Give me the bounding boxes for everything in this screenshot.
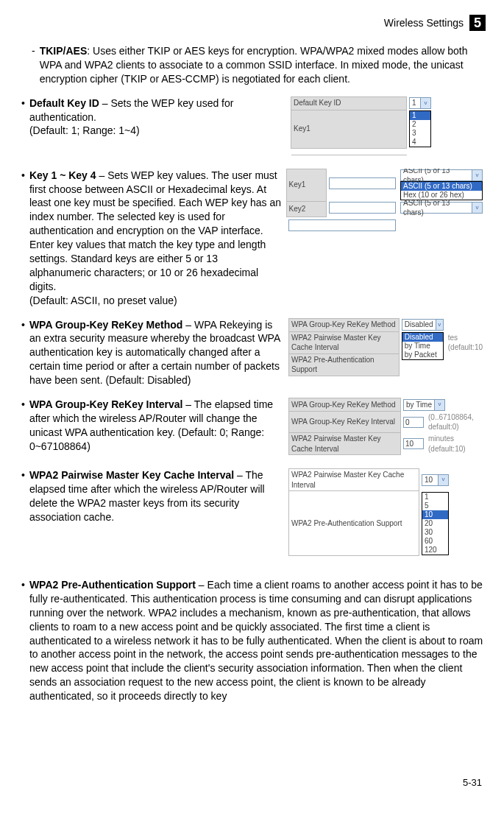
default-key-heading: Default Key ID bbox=[29, 97, 99, 109]
tkip-text: : Uses either TKIP or AES keys for encry… bbox=[40, 45, 468, 85]
dropdown-option[interactable]: 60 bbox=[422, 537, 448, 546]
bullet-rekey-method: WPA Group-Key ReKey Method Disabled v WP… bbox=[21, 318, 486, 387]
bullet-marker: • bbox=[21, 318, 25, 332]
rekey-interval-input[interactable]: 0 bbox=[403, 417, 424, 428]
bullet-marker: • bbox=[21, 96, 25, 110]
key-range-heading: Key 1 ~ Key 4 bbox=[29, 169, 96, 181]
dropdown-option[interactable]: by Time bbox=[402, 342, 443, 351]
key1-input[interactable] bbox=[329, 177, 396, 189]
dropdown-option[interactable]: ASCII (5 or 13 chars) bbox=[401, 182, 482, 191]
dropdown-option[interactable]: 3 bbox=[410, 129, 430, 138]
bullet-pairwise-cache: WPA2 Pairwise Master Key Cache Interval … bbox=[21, 468, 486, 559]
preauth-heading: WPA2 Pre-Authentication Support bbox=[29, 579, 196, 591]
key2-input[interactable] bbox=[329, 202, 396, 214]
page-header: Wireless Settings 5 bbox=[18, 15, 486, 31]
fig-label-rekey-method: WPA Group-Key ReKey Method bbox=[289, 318, 400, 331]
preauth-text: – Each time a client roams to another ac… bbox=[29, 579, 483, 702]
rekey-method-dropdown2[interactable]: by Time v bbox=[403, 399, 445, 411]
dropdown-option[interactable]: 10 bbox=[422, 510, 448, 519]
fig-label-key2: Key2 bbox=[286, 201, 327, 217]
rekey-method-list[interactable]: Disabled by Time by Packet bbox=[402, 332, 444, 360]
bullet-marker: • bbox=[21, 169, 25, 183]
fig-label-pairwise-cache: WPA2 Pairwise Master Key Cache Interval bbox=[289, 469, 419, 491]
dropdown-option[interactable]: Disabled bbox=[402, 333, 443, 342]
bullet-marker: • bbox=[21, 398, 25, 412]
bullet-tkip-aes: - TKIP/AES: Uses either TKIP or AES keys… bbox=[32, 44, 486, 86]
fig-label-key1: Key1 bbox=[291, 110, 407, 148]
default-key-dropdown-list[interactable]: 1 2 3 4 bbox=[409, 110, 431, 147]
dropdown-option[interactable]: by Packet bbox=[402, 351, 443, 359]
pairwise-dropdown[interactable]: 10 v bbox=[422, 474, 449, 486]
chapter-number: 5 bbox=[469, 15, 486, 31]
bullet-marker: • bbox=[21, 578, 25, 592]
fig-note-interval: (0..67108864, default:0) bbox=[426, 412, 486, 433]
bullet-marker: • bbox=[21, 468, 25, 482]
key-range-text: – Sets WEP key values. The user must fir… bbox=[29, 169, 281, 292]
fig-label-pairwise-cache: WPA2 Pairwise Master Key Cache Interval bbox=[289, 331, 400, 353]
fig-note-cache: minutes (default:10) bbox=[426, 433, 486, 455]
chevron-down-icon: v bbox=[434, 400, 444, 410]
figure-key-range: Key1 ASCII (5 or 13 chars) v ASCII (5 or… bbox=[286, 169, 486, 235]
bullet-rekey-interval: WPA Group-Key ReKey Method by Time v WPA… bbox=[21, 398, 486, 458]
dropdown-option[interactable]: 1 bbox=[410, 111, 430, 120]
key2-type-dropdown[interactable]: ASCII (5 or 13 chars) v bbox=[400, 202, 483, 214]
pairwise-cache-input[interactable]: 10 bbox=[403, 438, 424, 449]
tkip-heading: TKIP/AES bbox=[40, 45, 88, 57]
chevron-down-icon: v bbox=[420, 98, 430, 108]
dropdown-option[interactable]: 30 bbox=[422, 528, 448, 537]
dropdown-option[interactable]: 20 bbox=[422, 519, 448, 528]
rekey-method-dropdown[interactable]: Disabled v bbox=[402, 319, 444, 331]
figure-default-key-id: Default Key ID 1 v Key1 1 2 3 bbox=[291, 96, 486, 155]
fig-label-key1: Key1 bbox=[286, 169, 327, 201]
figure-pairwise-cache: WPA2 Pairwise Master Key Cache Interval … bbox=[288, 468, 486, 556]
rekey-interval-heading: WPA Group-Key ReKey Interval bbox=[29, 398, 183, 410]
key1-type-dropdown[interactable]: ASCII (5 or 13 chars) v bbox=[400, 169, 483, 181]
default-key-note: (Default: 1; Range: 1~4) bbox=[29, 124, 140, 136]
dropdown-option[interactable]: 4 bbox=[410, 138, 430, 147]
pairwise-list[interactable]: 1 5 10 20 30 60 120 bbox=[422, 492, 449, 555]
fig-label-default-key-id: Default Key ID bbox=[291, 96, 407, 110]
key-range-note: (Default: ASCII, no preset value) bbox=[29, 295, 177, 306]
dropdown-option[interactable]: 120 bbox=[422, 546, 448, 555]
fig-label-preauth: WPA2 Pre-Authentication Support bbox=[289, 353, 400, 376]
fig-label-preauth: WPA2 Pre-Authentication Support bbox=[289, 491, 419, 556]
pairwise-heading: WPA2 Pairwise Master Key Cache Interval bbox=[29, 469, 234, 481]
dropdown-option[interactable]: 2 bbox=[410, 120, 430, 129]
bullet-preauth: • WPA2 Pre-Authentication Support – Each… bbox=[21, 578, 486, 703]
dropdown-option[interactable]: 1 bbox=[422, 493, 448, 502]
fig-label-pairwise-cache: WPA2 Pairwise Master Key Cache Interval bbox=[289, 433, 401, 455]
default-key-dropdown[interactable]: 1 v bbox=[409, 97, 431, 109]
fig-tail-text: tes (default:10 bbox=[446, 331, 486, 353]
bullet-default-key-id: Default Key ID 1 v Key1 1 2 3 bbox=[21, 96, 486, 158]
figure-rekey-method: WPA Group-Key ReKey Method Disabled v WP… bbox=[288, 318, 486, 376]
header-title: Wireless Settings bbox=[384, 17, 464, 29]
figure-rekey-interval: WPA Group-Key ReKey Method by Time v WPA… bbox=[288, 398, 486, 455]
bullet-key-range: Key1 ASCII (5 or 13 chars) v ASCII (5 or… bbox=[21, 169, 486, 308]
fig-label-rekey-method: WPA Group-Key ReKey Method bbox=[289, 398, 401, 412]
chevron-down-icon: v bbox=[436, 320, 443, 330]
key-extra-input[interactable] bbox=[288, 219, 396, 231]
dash-marker: - bbox=[32, 44, 35, 58]
chevron-down-icon: v bbox=[438, 475, 448, 485]
rekey-method-heading: WPA Group-Key ReKey Method bbox=[29, 319, 182, 331]
fig-label-rekey-interval: WPA Group-Key ReKey Interval bbox=[289, 412, 401, 433]
chevron-down-icon: v bbox=[472, 170, 482, 180]
page-number: 5-31 bbox=[463, 777, 482, 788]
dropdown-option[interactable]: 5 bbox=[422, 502, 448, 510]
chevron-down-icon: v bbox=[472, 203, 482, 213]
